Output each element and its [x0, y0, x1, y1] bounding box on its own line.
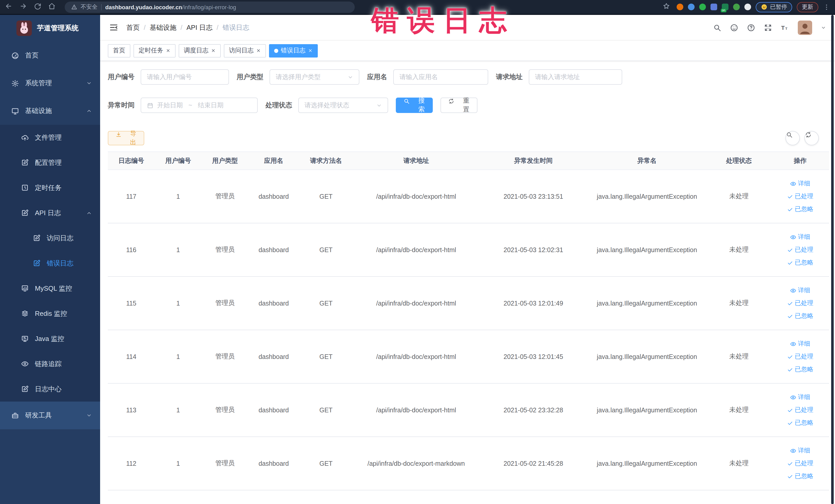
detail-link[interactable]: 详细 [790, 233, 810, 241]
detail-link[interactable]: 详细 [790, 339, 810, 348]
sidebar-item-error-log[interactable]: 错误日志 [0, 250, 100, 276]
monitor-icon [11, 107, 19, 115]
ignored-link[interactable]: 已忽略 [787, 365, 813, 374]
process-status-select[interactable]: 请选择处理状态 [298, 98, 388, 113]
app-name-input[interactable]: 请输入应用名 [393, 69, 488, 85]
processed-link[interactable]: 已处理 [787, 459, 813, 468]
sidebar-item-trace[interactable]: 链路追踪 [0, 351, 100, 377]
sidebar-item-file[interactable]: 文件管理 [0, 125, 100, 150]
cell-method: GET [299, 437, 353, 490]
ext-white-puzzle-icon[interactable] [745, 4, 751, 10]
avatar[interactable] [798, 20, 812, 35]
ignored-link[interactable]: 已忽略 [787, 205, 813, 214]
breadcrumb-item[interactable]: API 日志 [187, 23, 212, 32]
chevron-down-icon[interactable] [821, 25, 826, 30]
search-button[interactable]: 搜索 [396, 98, 433, 113]
tab-调度日志[interactable]: 调度日志 [179, 44, 221, 57]
sidebar-item-system[interactable]: 系统管理 [0, 69, 100, 97]
ext-blue-grid-icon[interactable] [711, 4, 717, 10]
search-icon[interactable] [713, 23, 721, 32]
tab-访问日志[interactable]: 访问日志 [224, 44, 266, 57]
close-tab-icon[interactable] [211, 48, 216, 53]
ext-orange-circle-icon[interactable] [677, 4, 683, 10]
ignored-link[interactable]: 已忽略 [787, 312, 813, 320]
ignored-link[interactable]: 已忽略 [787, 258, 813, 267]
processed-link[interactable]: 已处理 [787, 352, 813, 361]
breadcrumb-item[interactable]: 基础设施 [150, 23, 176, 32]
reset-button[interactable]: 重置 [441, 98, 477, 113]
address-bar[interactable]: 不安全 dashboard.yudao.iocoder.cn/infra/log… [65, 1, 355, 13]
sidebar-item-redis[interactable]: Redis 监控 [0, 301, 100, 326]
ext-green-on-icon[interactable]: on [722, 4, 729, 10]
ext-green-leaf-icon[interactable] [733, 4, 740, 10]
mysql-icon [21, 284, 29, 292]
close-tab-icon[interactable] [308, 48, 313, 53]
process-status-label: 处理状态 [265, 101, 292, 110]
browser-reload-icon[interactable] [34, 2, 43, 12]
screen: 不安全 dashboard.yudao.iocoder.cn/infra/log… [0, 0, 835, 504]
toggle-search-button[interactable] [786, 131, 800, 145]
sidebar-item-home[interactable]: 首页 [0, 42, 100, 69]
browser-update-button[interactable]: 更新 [797, 2, 818, 12]
export-button[interactable]: 导出 [108, 131, 144, 145]
request-url-input[interactable]: 请输入请求地址 [529, 69, 622, 85]
exception-time-label: 异常时间 [108, 101, 135, 110]
ext-green-check-icon[interactable] [699, 4, 706, 10]
breadcrumb: 首页/基础设施/API 日志/错误日志 [126, 23, 249, 32]
processed-link[interactable]: 已处理 [787, 192, 813, 201]
sidebar-logo[interactable]: 芋道管理系统 [0, 15, 100, 42]
collapse-sidebar-icon[interactable] [109, 23, 118, 32]
cell-exception: java.lang.IllegalArgumentException [588, 437, 707, 490]
detail-link[interactable]: 详细 [790, 393, 810, 402]
paused-extension-badge[interactable]: 已暂停 [756, 2, 792, 12]
detail-link[interactable]: 详细 [790, 286, 810, 295]
tab-错误日志[interactable]: 错误日志 [269, 44, 318, 57]
github-icon[interactable] [730, 23, 738, 32]
help-icon[interactable] [747, 23, 755, 32]
cell-exception: java.lang.IllegalArgumentException [588, 383, 707, 437]
fullscreen-icon[interactable] [764, 23, 772, 32]
browser-back-icon[interactable] [5, 2, 14, 12]
page-scrollbar[interactable] [831, 15, 834, 504]
check-icon [787, 193, 793, 200]
browser-forward-icon[interactable] [20, 2, 29, 12]
breadcrumb-item[interactable]: 首页 [126, 23, 140, 32]
sidebar-item-config[interactable]: 配置管理 [0, 150, 100, 175]
browser-home-icon[interactable] [48, 2, 58, 12]
cell-app_name: dashboard [248, 170, 299, 223]
close-tab-icon[interactable] [166, 48, 170, 53]
ext-blue-shield-icon[interactable] [688, 4, 695, 10]
sidebar-item-infra[interactable]: 基础设施 [0, 97, 100, 125]
user-id-input[interactable]: 请输入用户编号 [141, 69, 229, 85]
cell-method: GET [299, 383, 353, 437]
close-tab-icon[interactable] [256, 48, 261, 53]
breadcrumb-item: 错误日志 [223, 23, 249, 32]
sidebar-item-java[interactable]: Java 监控 [0, 326, 100, 351]
detail-link[interactable]: 详细 [790, 446, 810, 455]
error-log-table: 日志编号用户编号用户类型应用名请求方法名请求地址异常发生时间异常名处理状态操作 … [108, 152, 829, 490]
user-type-select[interactable]: 请选择用户类型 [269, 69, 359, 85]
tab-首页[interactable]: 首页 [108, 44, 130, 57]
editsq-icon [21, 159, 29, 166]
sidebar-item-mysql[interactable]: MySQL 监控 [0, 276, 100, 301]
ignored-link[interactable]: 已忽略 [787, 472, 813, 481]
sidebar-item-log-center[interactable]: 日志中心 [0, 377, 100, 402]
font-size-icon[interactable]: TT [781, 23, 789, 32]
chevron-down-icon [86, 412, 92, 418]
processed-link[interactable]: 已处理 [787, 245, 813, 254]
processed-link[interactable]: 已处理 [787, 406, 813, 415]
sidebar-item-job[interactable]: 定时任务 [0, 175, 100, 200]
tab-定时任务[interactable]: 定时任务 [134, 44, 176, 57]
processed-link[interactable]: 已处理 [787, 299, 813, 308]
browser-menu-icon[interactable] [823, 3, 830, 11]
exception-time-range-picker[interactable]: 开始日期 ~ 结束日期 [141, 98, 258, 113]
cell-time: 2021-05-03 23:13:51 [479, 170, 588, 223]
sidebar-item-api-log[interactable]: API 日志 [0, 200, 100, 225]
table-row: 1151管理员dashboardGET/api/infra/db-doc/exp… [108, 277, 829, 330]
refresh-table-button[interactable] [805, 131, 819, 145]
sidebar-item-access-log[interactable]: 访问日志 [0, 225, 100, 250]
detail-link[interactable]: 详细 [790, 179, 810, 188]
sidebar-item-devtools[interactable]: 研发工具 [0, 402, 100, 429]
ignored-link[interactable]: 已忽略 [787, 419, 813, 427]
bookmark-star-icon[interactable] [663, 2, 672, 12]
